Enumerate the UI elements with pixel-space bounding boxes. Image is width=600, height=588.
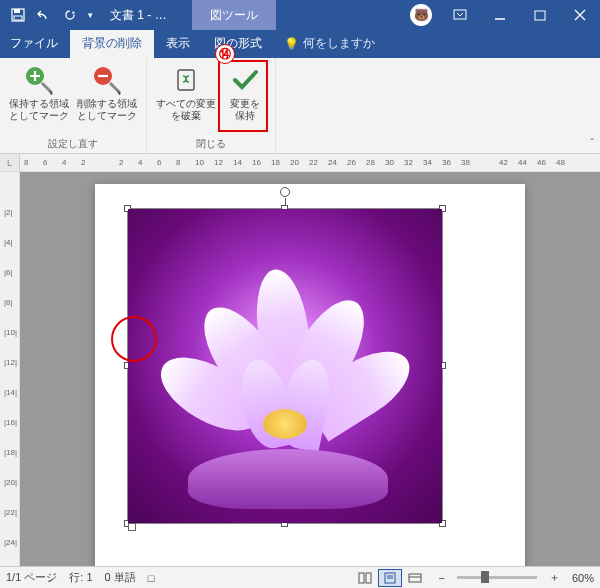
- read-mode-button[interactable]: [353, 569, 377, 587]
- group-label-refine: 設定し直す: [48, 135, 98, 151]
- status-word-count[interactable]: 0 単語: [105, 570, 136, 585]
- vertical-ruler[interactable]: |2||4||6||8||10||12||14||16||18||20||22|…: [0, 172, 20, 566]
- ribbon-tabs: ファイル 背景の削除 表示 図の形式 💡 何をしますか: [0, 30, 600, 58]
- rotation-handle[interactable]: [280, 187, 290, 197]
- mark-areas-to-remove-button[interactable]: 削除する領域 としてマーク: [74, 62, 140, 124]
- zoom-slider-thumb[interactable]: [481, 571, 489, 583]
- ribbon: 保持する領域 としてマーク 削除する領域 としてマーク 設定し直す すべての変更…: [0, 58, 600, 154]
- minus-pencil-icon: [91, 64, 123, 96]
- page: [95, 184, 525, 566]
- svg-rect-10: [359, 573, 364, 583]
- horizontal-ruler[interactable]: L 86422468101214161820222426283032343638…: [0, 154, 600, 172]
- picture-selection-frame[interactable]: [127, 208, 443, 524]
- qat-customize[interactable]: ▾: [84, 3, 96, 27]
- status-language-icon[interactable]: □: [148, 572, 155, 584]
- svg-rect-15: [409, 574, 421, 582]
- tab-picture-format[interactable]: 図の形式: [202, 29, 274, 58]
- contextual-tab-label: 図ツール: [192, 0, 276, 30]
- svg-rect-6: [535, 11, 545, 20]
- title-bar: ▾ 文書 1 - … 図ツール 🐻: [0, 0, 600, 30]
- label: すべての変更: [156, 98, 216, 110]
- label: を破棄: [171, 110, 201, 122]
- annotation-circle: [111, 316, 157, 362]
- quick-access-toolbar: ▾: [0, 3, 96, 27]
- page-viewport[interactable]: [20, 172, 600, 566]
- tab-file[interactable]: ファイル: [0, 29, 70, 58]
- minimize-button[interactable]: [480, 0, 520, 30]
- ruler-corner: L: [0, 154, 20, 171]
- plus-pencil-icon: [23, 64, 55, 96]
- collapse-ribbon-button[interactable]: ˆ: [590, 137, 594, 149]
- save-button[interactable]: [6, 3, 30, 27]
- mark-areas-to-keep-button[interactable]: 保持する領域 としてマーク: [6, 62, 72, 124]
- zoom-out-button[interactable]: −: [439, 572, 445, 584]
- annotation-box: [218, 60, 268, 132]
- view-mode-buttons: [353, 569, 427, 587]
- tell-me-label: 何をしますか: [303, 35, 375, 52]
- maximize-button[interactable]: [520, 0, 560, 30]
- status-line[interactable]: 行: 1: [69, 570, 92, 585]
- tab-background-removal[interactable]: 背景の削除: [70, 29, 154, 58]
- web-layout-button[interactable]: [403, 569, 427, 587]
- annotation-number: ⑭: [215, 44, 235, 64]
- undo-button[interactable]: [32, 3, 56, 27]
- label: としてマーク: [77, 110, 137, 122]
- svg-rect-1: [14, 9, 20, 13]
- document-area: |2||4||6||8||10||12||14||16||18||20||22|…: [0, 172, 600, 566]
- ribbon-group-refine: 保持する領域 としてマーク 削除する領域 としてマーク 設定し直す: [0, 58, 147, 153]
- print-layout-button[interactable]: [378, 569, 402, 587]
- status-page[interactable]: 1/1 ページ: [6, 570, 57, 585]
- ribbon-group-close: すべての変更 を破棄 変更を 保持 閉じる ⑭: [147, 58, 276, 153]
- picture-content: [128, 209, 442, 523]
- svg-rect-11: [366, 573, 371, 583]
- group-label-close: 閉じる: [196, 135, 226, 151]
- tell-me-search[interactable]: 💡 何をしますか: [274, 29, 385, 58]
- close-button[interactable]: [560, 0, 600, 30]
- zoom-in-button[interactable]: ＋: [549, 570, 560, 585]
- lightbulb-icon: 💡: [284, 37, 299, 51]
- redo-button[interactable]: [58, 3, 82, 27]
- svg-rect-2: [14, 16, 22, 20]
- recycle-icon: [170, 64, 202, 96]
- document-title: 文書 1 - …: [110, 7, 167, 24]
- label: 削除する領域: [77, 98, 137, 110]
- ribbon-display-options[interactable]: [440, 0, 480, 30]
- label: 保持する領域: [9, 98, 69, 110]
- ruler-scale: 8642246810121416182022242628303234363842…: [20, 154, 600, 171]
- status-bar: 1/1 ページ 行: 1 0 単語 □ − ＋ 60%: [0, 566, 600, 588]
- zoom-slider[interactable]: [457, 576, 537, 579]
- tab-view[interactable]: 表示: [154, 29, 202, 58]
- svg-rect-4: [454, 10, 466, 19]
- zoom-level[interactable]: 60%: [572, 572, 594, 584]
- label: としてマーク: [9, 110, 69, 122]
- discard-all-changes-button[interactable]: すべての変更 を破棄: [153, 62, 219, 124]
- user-avatar[interactable]: 🐻: [410, 4, 432, 26]
